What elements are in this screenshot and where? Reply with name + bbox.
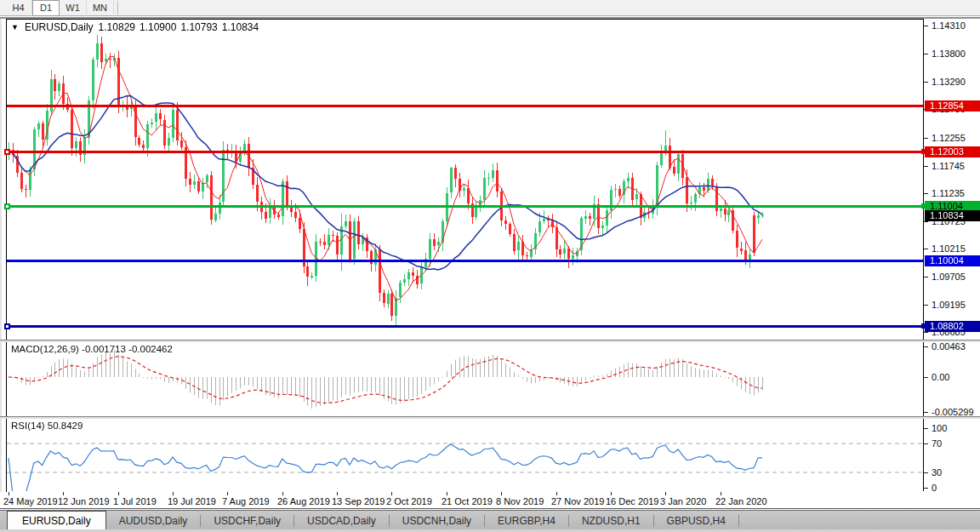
rsi-indicator-canvas[interactable] (7, 419, 923, 491)
rsi-axis-tick (924, 428, 928, 429)
price-axis-label: 1.11235 (932, 188, 965, 198)
price-axis-tick (924, 332, 928, 333)
date-axis-label: 12 Jun 2019 (58, 496, 110, 506)
date-axis-tick (173, 492, 174, 495)
rsi-axis-tick (924, 488, 928, 489)
horizontal-line-1.12003[interactable] (7, 151, 923, 153)
horizontal-line-1.10004[interactable] (7, 260, 923, 262)
symbol-dropdown-icon[interactable]: ▼ (11, 23, 19, 31)
date-axis-label: 19 Jul 2019 (168, 496, 216, 506)
line-handle-1.08802[interactable] (4, 323, 10, 329)
date-axis-tick (721, 492, 721, 495)
line-handle-1.12003[interactable] (4, 149, 10, 155)
date-axis-tick (118, 492, 119, 495)
line-handle-1.11004[interactable] (4, 203, 10, 209)
date-axis-label: 1 Jul 2019 (113, 496, 157, 506)
chart-title: ▼EURUSD,Daily1.108291.109001.107931.1083… (11, 21, 259, 33)
price-axis-tick (924, 305, 928, 306)
macd-axis-label: 0.00463 (932, 341, 966, 352)
rsi-axis-label: 70 (932, 438, 942, 449)
panel-splitter[interactable] (0, 416, 980, 419)
chart-tab-AUDUSD[interactable]: AUDUSD,Daily (106, 512, 201, 530)
date-axis-tick (501, 492, 502, 495)
macd-signal-value: -0.002462 (128, 344, 173, 354)
rsi-axis-tick (924, 472, 928, 473)
macd-axis-tick (924, 346, 928, 347)
horizontal-line-1.11004[interactable] (7, 205, 923, 208)
panel-splitter[interactable] (0, 340, 980, 342)
rsi-axis-tick (924, 443, 928, 444)
date-axis-tick (556, 492, 557, 495)
price-axis-tick (924, 277, 928, 277)
timeframe-button-H4[interactable]: H4 (5, 0, 32, 16)
rsi-axis-label: 30 (932, 467, 942, 478)
rsi-axis-label: 100 (932, 423, 947, 433)
price-line-badge-1.12003: 1.12003 (925, 146, 980, 157)
price-axis-tick (924, 54, 928, 54)
quote-open: 1.10829 (99, 21, 135, 33)
current-price-badge: 1.10834 (925, 210, 980, 221)
price-axis-label: 1.13290 (932, 77, 966, 87)
price-line-badge-1.12854: 1.12854 (925, 100, 980, 112)
price-axis-tick (924, 26, 928, 26)
date-axis-label: 24 May 2019 (3, 496, 58, 506)
date-axis-label: 3 Jan 2020 (660, 496, 706, 506)
price-axis-tick (924, 138, 928, 139)
price-line-badge-1.08802: 1.08802 (925, 321, 980, 332)
date-axis-label: 16 Dec 2019 (606, 496, 658, 506)
date-axis-label: 26 Aug 2019 (277, 496, 330, 506)
chart-symbol-label: EURUSD,Daily (25, 21, 94, 33)
price-axis-tick (924, 221, 928, 222)
macd-label: MACD(12,26,9) -0.001713 -0.002462 (11, 344, 173, 354)
chart-tab-GBPUSD[interactable]: GBPUSD,H4 (654, 512, 738, 530)
date-axis-label: 13 Sep 2019 (332, 496, 385, 506)
date-axis-tick (611, 492, 612, 495)
chart-tab-USDCHF[interactable]: USDCHF,Daily (201, 512, 293, 530)
chart-tab-EURGBP[interactable]: EURGBP,H4 (485, 512, 568, 530)
date-axis[interactable]: 24 May 201912 Jun 20191 Jul 201919 Jul 2… (0, 492, 980, 509)
timeframe-button-D1[interactable]: D1 (32, 0, 60, 16)
macd-main-value: -0.001713 (82, 344, 126, 354)
date-axis-tick (227, 492, 228, 495)
macd-axis-label: 0.00 (932, 372, 949, 382)
date-axis-label: 27 Nov 2019 (551, 496, 604, 506)
price-axis-label: 1.13800 (932, 49, 966, 59)
date-axis-label: 7 Aug 2019 (222, 496, 270, 506)
quote-high: 1.10900 (140, 21, 176, 33)
timeframe-button-MN[interactable]: MN (87, 0, 114, 16)
chart-left-margin (0, 19, 6, 509)
date-axis-tick (282, 492, 283, 495)
date-axis-label: 2 Oct 2019 (386, 496, 432, 506)
date-axis-tick (391, 492, 392, 495)
price-chart-canvas[interactable] (7, 19, 923, 339)
date-axis-label: 21 Oct 2019 (442, 496, 493, 506)
price-axis-tick (924, 249, 928, 249)
price-axis-tick (924, 166, 928, 167)
price-axis-label: 1.09705 (932, 272, 966, 282)
price-axis-label: 1.12255 (932, 133, 966, 143)
rsi-label: RSI(14) 50.8429 (11, 420, 83, 431)
price-scale[interactable]: 1.143101.138001.132901.127801.122551.117… (924, 19, 980, 491)
quote-close: 1.10834 (222, 21, 259, 33)
date-axis-tick (337, 492, 338, 495)
horizontal-line-1.12854[interactable] (7, 105, 923, 107)
price-line-badge-1.10004: 1.10004 (925, 255, 980, 266)
price-axis-tick (924, 193, 928, 194)
chart-tab-USDCAD[interactable]: USDCAD,Daily (294, 512, 389, 530)
date-axis-label: 8 Nov 2019 (496, 496, 544, 506)
price-axis-label: 1.11745 (932, 161, 965, 171)
date-axis-tick (447, 492, 447, 495)
price-axis-label: 1.09195 (932, 300, 966, 310)
date-axis-tick (665, 492, 666, 495)
macd-axis-tick (924, 412, 928, 413)
toolbar-separator (118, 1, 119, 14)
date-axis-tick (63, 492, 64, 495)
timeframe-button-W1[interactable]: W1 (60, 0, 87, 16)
horizontal-line-1.08802[interactable] (7, 325, 923, 328)
chart-tab-USDCNH[interactable]: USDCNH,Daily (390, 512, 484, 530)
price-axis-label: 1.10215 (932, 243, 966, 254)
metatrader-terminal: H4D1W1MN ▼EURUSD,Daily1.108291.109001.10… (0, 0, 980, 532)
timeframe-toolbar: H4D1W1MN (0, 0, 980, 16)
chart-tab-NZDUSD[interactable]: NZDUSD,H1 (569, 512, 653, 530)
price-axis-label: 1.14310 (932, 20, 966, 31)
